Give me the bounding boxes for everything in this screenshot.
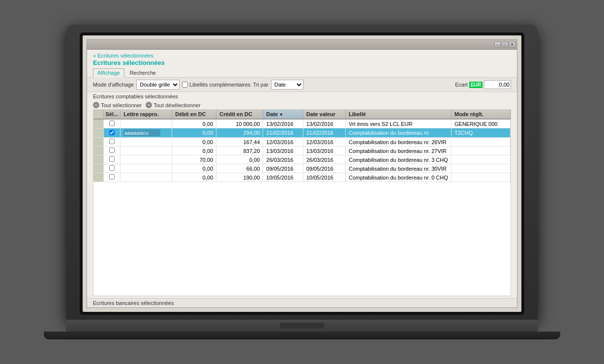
row-checkbox[interactable]	[109, 121, 115, 126]
row-lettre-cell	[121, 138, 172, 147]
row-libelle-cell: Comptabilisation du bordereau nr. 30VIR	[346, 164, 452, 173]
row-checkbox-cell[interactable]	[103, 138, 121, 147]
table-row[interactable]: 0,00190,0010/05/201610/05/2016Comptabili…	[93, 173, 511, 182]
deselect-all-label: Tout désélectionner	[153, 102, 200, 108]
col-header-arrow	[93, 110, 103, 119]
data-table: Sél... Lettre rappro. Débit en DC Crédit…	[93, 110, 511, 182]
laptop-outer: — □ ✕ « Ecritures sélectionnées Ecriture…	[66, 25, 538, 320]
row-debit-cell: 0,00	[172, 128, 216, 138]
row-checkbox[interactable]	[109, 174, 115, 180]
row-lettre-cell	[121, 155, 172, 164]
ecart-group: Ecart EUR	[455, 80, 511, 89]
row-checkbox[interactable]	[109, 165, 115, 171]
window-titlebar: — □ ✕	[87, 40, 517, 50]
close-button[interactable]: ✕	[509, 42, 515, 47]
row-date-cell: 09/05/2016	[263, 164, 303, 173]
col-header-libelle[interactable]: Libellé	[346, 110, 452, 119]
row-checkbox[interactable]	[109, 130, 115, 135]
row-date-cell: 26/03/2016	[263, 155, 303, 164]
mode-select[interactable]: Double grille Simple grille	[136, 80, 180, 90]
mode-label: Mode d'affichage	[93, 82, 134, 88]
row-lettre-cell	[121, 173, 172, 182]
row-credit-cell: 0,00	[216, 155, 263, 164]
table-row[interactable]: 0,00167,4412/03/201612/03/2016Comptabili…	[93, 138, 511, 147]
ecart-value-input[interactable]	[484, 80, 511, 89]
table-row[interactable]: 70,000,0026/03/201626/03/2016Comptabilis…	[93, 155, 511, 164]
row-checkbox[interactable]	[109, 139, 115, 144]
row-checkbox-cell[interactable]	[103, 173, 121, 182]
sort-arrow-icon: ▼	[279, 112, 283, 117]
row-libelle-cell: Comptabilisation du bordereau nr. 3 CHQ	[346, 155, 452, 164]
row-arrow-cell	[93, 164, 103, 173]
row-mode-cell	[451, 155, 510, 164]
row-credit-cell: 167,44	[216, 138, 263, 147]
row-checkbox-cell[interactable]	[103, 147, 121, 155]
tri-select[interactable]: Date Montant	[271, 80, 303, 90]
col-header-debit[interactable]: Débit en DC	[172, 110, 216, 119]
row-libelle-cell: Comptabilisation du bordereau nr. 26VIR	[346, 138, 452, 147]
row-arrow-cell	[93, 138, 103, 147]
row-checkbox-cell[interactable]	[103, 128, 121, 138]
row-debit-cell: 0,00	[172, 173, 216, 182]
row-checkbox-cell[interactable]	[103, 119, 121, 128]
libelles-checkbox[interactable]	[182, 82, 188, 88]
tabs-bar: Affichage Recherche	[87, 67, 517, 78]
deselect-all-button[interactable]: − Tout désélectionner	[146, 102, 200, 108]
row-date-valeur-cell: 26/03/2016	[303, 155, 345, 164]
row-debit-cell: 70,00	[172, 155, 216, 164]
col-header-lettre[interactable]: Lettre rappro.	[121, 110, 172, 119]
row-credit-cell: 837,20	[216, 147, 263, 155]
row-debit-cell: 0,00	[172, 147, 216, 155]
row-credit-cell: 10 000,00	[216, 119, 263, 128]
tab-recherche[interactable]: Recherche	[125, 68, 160, 77]
row-date-valeur-cell: 09/05/2016	[303, 164, 345, 173]
row-lettre-cell	[121, 164, 172, 173]
table-container[interactable]: Sél... Lettre rappro. Débit en DC Crédit…	[93, 109, 511, 296]
row-mode-cell	[451, 173, 510, 182]
deselect-all-icon: −	[146, 102, 152, 108]
select-all-button[interactable]: − Tout sélectionner	[93, 102, 142, 108]
row-checkbox[interactable]	[109, 148, 115, 153]
tri-label: Tri par	[253, 82, 268, 88]
screen-bezel: — □ ✕ « Ecritures sélectionnées Ecriture…	[80, 32, 524, 315]
ecart-label: Ecart	[455, 82, 468, 88]
row-date-cell: 12/03/2016	[263, 138, 303, 147]
row-checkbox-cell[interactable]	[103, 164, 121, 173]
table-row[interactable]: 0,00294,0021/02/201621/02/2016Comptabili…	[93, 128, 511, 138]
tab-affichage[interactable]: Affichage	[93, 68, 124, 78]
row-arrow-cell	[93, 128, 103, 138]
col-header-datevaleur[interactable]: Date valeur	[303, 110, 345, 119]
row-checkbox-cell[interactable]	[103, 155, 121, 164]
select-all-icon: −	[93, 102, 99, 108]
col-header-credit[interactable]: Crédit en DC	[216, 110, 263, 119]
row-date-valeur-cell: 10/05/2016	[303, 173, 345, 182]
row-date-cell: 21/02/2016	[263, 128, 303, 138]
row-credit-cell: 66,00	[216, 164, 263, 173]
col-header-mode[interactable]: Mode règlt.	[451, 110, 510, 119]
breadcrumb-label: Ecritures sélectionnées	[97, 53, 153, 59]
toolbar: Mode d'affichage Double grille Simple gr…	[87, 78, 517, 92]
row-libelle-cell: Vrt émis vers S2 LCL EUR	[346, 119, 452, 128]
row-mode-cell	[451, 138, 510, 147]
row-date-cell: 13/02/2016	[263, 119, 303, 128]
maximize-button[interactable]: □	[502, 42, 508, 47]
table-row[interactable]: 0,0066,0009/05/201609/05/2016Comptabilis…	[93, 164, 511, 173]
row-checkbox[interactable]	[109, 156, 115, 162]
table-row[interactable]: 0,00837,2013/03/201613/03/2016Comptabili…	[93, 147, 511, 155]
row-arrow-cell	[93, 155, 103, 164]
laptop-bottom	[44, 332, 560, 339]
col-header-sel[interactable]: Sél...	[103, 110, 121, 119]
col-header-date[interactable]: Date▼	[263, 110, 303, 119]
row-debit-cell: 0,00	[172, 119, 216, 128]
breadcrumb-back[interactable]: « Ecritures sélectionnées	[93, 53, 511, 59]
lettre-input[interactable]	[123, 129, 160, 136]
row-libelle-cell: Comptabilisation du bordereau nr. 27VIR	[346, 147, 452, 155]
touchpad	[280, 323, 324, 329]
row-mode-cell	[451, 147, 510, 155]
status-bar: Ecritures bancaires sélectionnées	[87, 298, 517, 307]
table-row[interactable]: 0,0010 000,0013/02/201613/02/2016Vrt émi…	[93, 119, 511, 128]
row-date-valeur-cell: 13/02/2016	[303, 119, 345, 128]
minimize-button[interactable]: —	[494, 42, 501, 47]
page-title: Ecritures sélectionnées	[93, 59, 511, 66]
col-sel-label: Sél...	[106, 111, 119, 117]
